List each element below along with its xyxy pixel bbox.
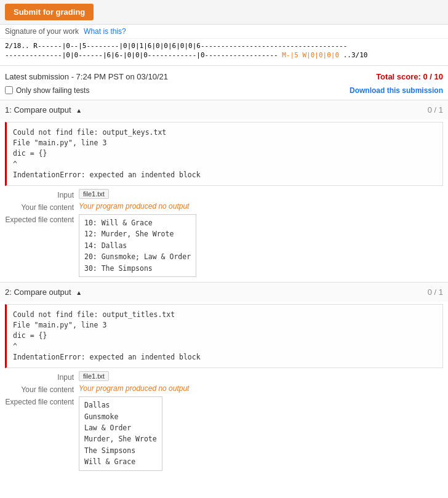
- only-failing-text: Only show failing tests: [16, 86, 89, 95]
- sig-line2: --------------|0|0------|6|6-|0|0|0-----…: [5, 51, 367, 59]
- input-file-1: file1.txt: [79, 190, 109, 198]
- test-header-1[interactable]: 1: Compare output ▲ 0 / 1: [0, 100, 448, 119]
- controls-row: Only show failing tests Download this su…: [0, 85, 448, 100]
- expected-box-1: 10: Will & Grace12: Murder, She Wrote14:…: [79, 214, 196, 277]
- test-title-2: 2: Compare output ▲: [5, 287, 82, 297]
- expected-line: The Simpsons: [84, 445, 157, 456]
- error-box-1: Could not find file: output_keys.txt Fil…: [5, 122, 443, 186]
- file-badge-2: file1.txt: [79, 371, 109, 381]
- expected-label-2: Expected file content: [5, 396, 79, 406]
- total-score: Total score: 0 / 10: [376, 72, 443, 81]
- input-row-1: Input file1.txt: [5, 190, 443, 199]
- your-file-value-2: Your program produced no output: [79, 384, 189, 393]
- input-label-2: Input: [5, 372, 79, 382]
- io-table-2: Input file1.txt Your file content Your p…: [0, 372, 448, 470]
- error-box-2: Could not find file: output_titles.txt F…: [5, 304, 443, 368]
- input-row-2: Input file1.txt: [5, 372, 443, 382]
- what-is-this-link[interactable]: What is this?: [84, 27, 126, 36]
- your-file-label-1: Your file content: [5, 202, 79, 212]
- expected-line: Will & Grace: [84, 456, 157, 467]
- expected-row-1: Expected file content 10: Will & Grace12…: [5, 214, 443, 277]
- your-file-row-1: Your file content Your program produced …: [5, 202, 443, 212]
- signature-code: 2/18.. R------|0--|5--------|0|0|1|6|0|0…: [0, 39, 448, 66]
- your-file-label-2: Your file content: [5, 384, 79, 394]
- expected-line: 20: Gunsmoke; Law & Order: [84, 251, 191, 262]
- only-failing-checkbox[interactable]: [5, 86, 13, 94]
- error-line: ^: [13, 159, 436, 170]
- your-file-row-2: Your file content Your program produced …: [5, 384, 443, 394]
- expected-line: 30: The Simpsons: [84, 263, 191, 274]
- submit-button[interactable]: Submit for grading: [5, 4, 94, 20]
- test-section-2: 2: Compare output ▲ 0 / 1 Could not find…: [0, 282, 448, 471]
- expected-line: Law & Order: [84, 422, 157, 433]
- submission-date: Latest submission - 7:24 PM PST on 03/10…: [5, 72, 168, 81]
- header: Submit for grading: [0, 0, 448, 25]
- expected-row-2: Expected file content DallasGunsmokeLaw …: [5, 396, 443, 470]
- your-file-value-1: Your program produced no output: [79, 202, 189, 211]
- error-line: Could not find file: output_keys.txt: [13, 127, 436, 138]
- expected-line: 12: Murder, She Wrote: [84, 228, 191, 239]
- tests-container: 1: Compare output ▲ 0 / 1 Could not find…: [0, 100, 448, 471]
- error-line: dic = {}: [13, 331, 436, 341]
- test-title-1: 1: Compare output ▲: [5, 105, 82, 114]
- error-line: IndentationError: expected an indented b…: [13, 170, 436, 180]
- expected-line: Murder, She Wrote: [84, 433, 157, 444]
- only-failing-label[interactable]: Only show failing tests: [5, 86, 89, 95]
- expected-line: 14: Dallas: [84, 240, 191, 251]
- input-label-1: Input: [5, 190, 79, 199]
- submission-info: Latest submission - 7:24 PM PST on 03/10…: [0, 66, 448, 85]
- error-line: IndentationError: expected an indented b…: [13, 352, 436, 363]
- signature-label: Signature of your work: [5, 27, 79, 36]
- sig-line1: 2/18.. R------|0--|5--------|0|0|1|6|0|0…: [5, 42, 347, 50]
- error-line: File "main.py", line 3: [13, 320, 436, 331]
- expected-label-1: Expected file content: [5, 214, 79, 224]
- download-link[interactable]: Download this submission: [350, 86, 443, 95]
- error-line: ^: [13, 342, 436, 352]
- expected-line: 10: Will & Grace: [84, 217, 191, 228]
- expected-line: Dallas: [84, 400, 157, 411]
- error-line: dic = {}: [13, 148, 436, 159]
- expected-line: Gunsmoke: [84, 411, 157, 422]
- test-header-2[interactable]: 2: Compare output ▲ 0 / 1: [0, 283, 448, 302]
- test-score-1: 0 / 1: [428, 105, 443, 114]
- input-file-2: file1.txt: [79, 372, 109, 380]
- test-score-2: 0 / 1: [428, 287, 443, 297]
- signature-bar: Signature of your work What is this?: [0, 25, 448, 39]
- chevron-up-icon-2: ▲: [76, 289, 82, 296]
- error-line: File "main.py", line 3: [13, 138, 436, 148]
- expected-box-2: DallasGunsmokeLaw & OrderMurder, She Wro…: [79, 396, 162, 470]
- chevron-up-icon-1: ▲: [76, 107, 82, 114]
- error-line: Could not find file: output_titles.txt: [13, 310, 436, 320]
- file-badge-1: file1.txt: [79, 189, 109, 199]
- io-table-1: Input file1.txt Your file content Your p…: [0, 190, 448, 277]
- test-section-1: 1: Compare output ▲ 0 / 1 Could not find…: [0, 100, 448, 277]
